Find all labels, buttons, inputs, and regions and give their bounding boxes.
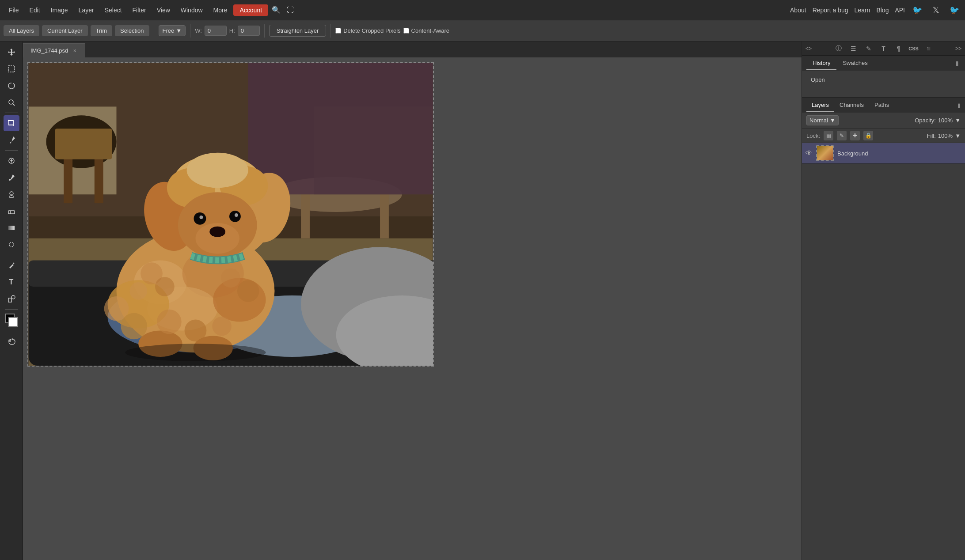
quick-select-tool[interactable] (4, 95, 19, 110)
menu-select[interactable]: Select (100, 4, 126, 16)
menu-edit[interactable]: Edit (25, 4, 45, 16)
tab-swatches[interactable]: Swatches (836, 57, 874, 70)
lock-pixels-icon[interactable]: ✎ (837, 131, 847, 140)
svg-point-59 (237, 280, 259, 302)
tab-layers[interactable]: Layers (806, 99, 834, 112)
svg-point-13 (11, 295, 15, 299)
stamp-tool[interactable] (4, 186, 19, 202)
layer-visibility-icon[interactable]: 👁 (805, 149, 813, 157)
background-layer-row[interactable]: 👁 Background (802, 143, 965, 164)
menu-image[interactable]: Image (46, 4, 72, 16)
text-settings-icon[interactable]: T (878, 42, 890, 55)
learn-link[interactable]: Learn (855, 7, 870, 14)
healing-tool[interactable] (4, 153, 19, 169)
straighten-layer-button[interactable]: Straighten Layer (269, 25, 326, 37)
layers-minimize-icon[interactable]: ▮ (957, 102, 961, 109)
h-input[interactable] (238, 26, 260, 36)
menu-more[interactable]: More (209, 4, 232, 16)
paragraph-icon[interactable]: ¶ (893, 42, 905, 55)
opacity-value: 100% (938, 117, 953, 124)
free-dropdown[interactable]: Free ▼ (159, 25, 186, 36)
lock-label: Lock: (806, 132, 820, 139)
info-icon[interactable]: ⓘ (832, 42, 845, 55)
menu-filter[interactable]: Filter (128, 4, 151, 16)
tab-close-button[interactable]: × (72, 48, 78, 54)
svg-point-11 (9, 242, 14, 247)
facebook-icon[interactable]: 🐦 (948, 4, 961, 16)
gradient-tool[interactable] (4, 220, 19, 236)
fill-value: 100% (938, 132, 953, 139)
report-bug-link[interactable]: Report a bug (813, 7, 848, 14)
svg-point-62 (157, 310, 182, 334)
blog-link[interactable]: Blog (876, 7, 889, 14)
marquee-tool[interactable] (4, 61, 19, 77)
menu-window[interactable]: Window (176, 4, 207, 16)
w-input[interactable] (205, 26, 227, 36)
all-layers-button[interactable]: All Layers (4, 25, 39, 36)
trim-button[interactable]: Trim (91, 25, 113, 36)
fill-label: Fill: (927, 132, 936, 139)
tab-channels[interactable]: Channels (834, 99, 869, 112)
search-icon[interactable]: 🔍 (270, 4, 282, 16)
svg-point-1 (9, 100, 13, 104)
delete-cropped-group: Delete Cropped Pixels (335, 27, 400, 34)
opacity-label: Opacity: (915, 117, 936, 124)
content-aware-checkbox[interactable] (403, 28, 409, 34)
opacity-arrow[interactable]: ▼ (955, 117, 961, 124)
menu-view[interactable]: View (152, 4, 175, 16)
css-icon[interactable]: CSS (908, 42, 920, 55)
brush-tool[interactable] (4, 170, 19, 185)
layer-name-background: Background (837, 150, 868, 157)
reddit-icon[interactable]: 🐦 (911, 4, 923, 16)
canvas-container[interactable] (23, 57, 802, 560)
fill-arrow[interactable]: ▼ (955, 132, 961, 139)
menu-file[interactable]: File (4, 4, 23, 16)
lasso-tool[interactable] (4, 78, 19, 94)
fullscreen-icon[interactable]: ⛶ (284, 4, 296, 16)
lock-position-icon[interactable]: ✚ (850, 131, 860, 140)
blend-mode-label: Normal (809, 117, 828, 124)
crop-tool[interactable] (4, 115, 19, 131)
opacity-group: Opacity: 100% ▼ (915, 117, 961, 124)
properties-icon[interactable]: ☰ (847, 42, 860, 55)
twitter-icon[interactable]: 𝕏 (930, 4, 942, 16)
document-tab[interactable]: IMG_1744.psd × (23, 43, 85, 57)
history-content: Open (802, 71, 965, 97)
hand-tool[interactable] (4, 333, 19, 349)
brush-settings-icon[interactable]: ✎ (862, 42, 875, 55)
svg-point-51 (194, 212, 206, 225)
text-tool[interactable]: T (4, 274, 19, 290)
blend-mode-select[interactable]: Normal ▼ (806, 115, 839, 125)
background-color[interactable] (8, 317, 18, 327)
selection-button[interactable]: Selection (115, 25, 149, 36)
about-link[interactable]: About (790, 7, 806, 14)
right-sidebar: <> ⓘ ☰ ✎ T ¶ CSS ◾ >> History Swatches ▮… (802, 42, 965, 560)
svg-point-52 (199, 216, 203, 219)
shapes-tool[interactable] (4, 291, 19, 307)
layers-lock-row: Lock: ▦ ✎ ✚ 🔒 Fill: 100% ▼ (802, 129, 965, 143)
menu-account[interactable]: Account (233, 4, 268, 16)
collapse-right-icon[interactable]: >> (955, 45, 961, 52)
menu-layer[interactable]: Layer (74, 4, 99, 16)
move-tool[interactable] (4, 44, 19, 60)
blur-tool[interactable] (4, 237, 19, 253)
current-layer-button[interactable]: Current Layer (42, 25, 87, 36)
svg-point-54 (235, 213, 238, 217)
tab-paths[interactable]: Paths (869, 99, 894, 112)
svg-point-63 (185, 320, 207, 342)
color-swatches[interactable] (5, 314, 18, 327)
eyedropper-tool[interactable] (4, 132, 19, 148)
tab-history[interactable]: History (806, 57, 836, 70)
api-link[interactable]: API (895, 7, 905, 14)
delete-cropped-checkbox[interactable] (335, 28, 341, 34)
canvas-image[interactable] (27, 62, 434, 367)
collapse-left-icon[interactable]: <> (805, 45, 812, 52)
layers-panel-icon[interactable]: ◾ (923, 42, 935, 55)
pen-tool[interactable] (4, 257, 19, 273)
eraser-tool[interactable] (4, 203, 19, 219)
panel-minimize-icon[interactable]: ▮ (954, 60, 961, 67)
lock-all-icon[interactable]: 🔒 (863, 131, 873, 140)
history-item-open[interactable]: Open (807, 74, 960, 85)
svg-rect-10 (8, 226, 15, 230)
lock-transparency-icon[interactable]: ▦ (824, 131, 833, 140)
